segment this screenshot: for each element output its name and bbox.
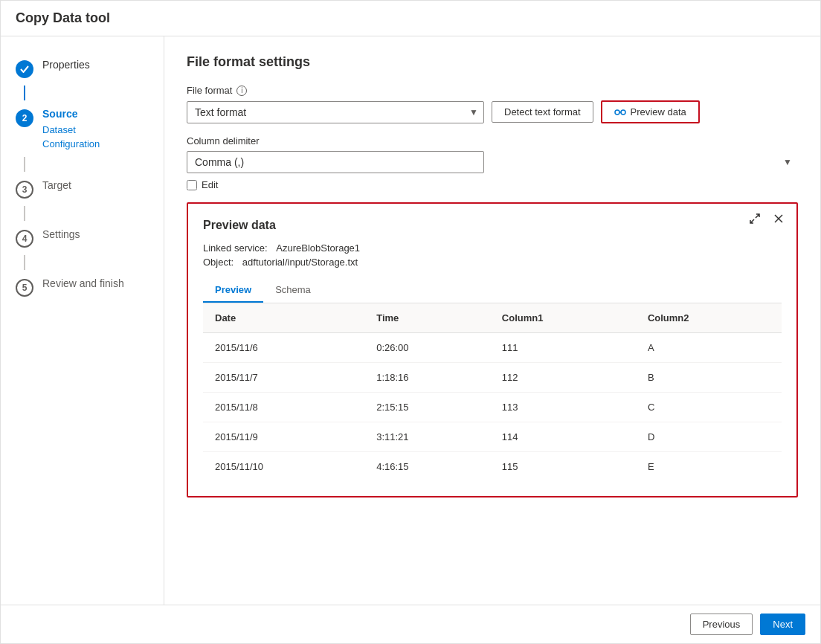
sidebar-label-target: Target xyxy=(42,179,71,191)
table-cell: E xyxy=(636,452,782,482)
table-header-row: Date Time Column1 Column2 xyxy=(203,303,782,333)
table-cell: 0:26:00 xyxy=(364,333,490,363)
app-title: Copy Data tool xyxy=(16,10,110,26)
column-delimiter-select[interactable]: Comma (,) xyxy=(187,151,484,173)
file-format-select[interactable]: Text format xyxy=(187,101,484,123)
col-header-column1: Column1 xyxy=(490,303,636,333)
detect-text-format-button[interactable]: Detect text format xyxy=(492,101,593,123)
table-cell: A xyxy=(636,333,782,363)
sidebar-item-settings[interactable]: 4 Settings xyxy=(1,221,164,255)
file-format-group: File format i Text format ▼ Detect text … xyxy=(187,85,798,123)
table-row: 2015/11/60:26:00111A xyxy=(203,333,782,363)
step-circle-review: 5 xyxy=(16,279,33,297)
col-header-time: Time xyxy=(364,303,490,333)
step-circle-properties xyxy=(16,60,33,78)
table-row: 2015/11/82:15:15113C xyxy=(203,393,782,422)
previous-button[interactable]: Previous xyxy=(690,614,753,635)
table-cell: C xyxy=(636,393,782,422)
section-title: File format settings xyxy=(187,54,798,70)
sidebar: Properties 2 Source Dataset Configuratio… xyxy=(1,36,164,605)
preview-linked-service: Linked service: AzureBlobStorage1 xyxy=(203,242,782,254)
top-bar: Copy Data tool xyxy=(1,1,820,36)
step-circle-source: 2 xyxy=(16,109,33,127)
preview-icon xyxy=(614,107,626,117)
table-cell: 2015/11/7 xyxy=(203,363,364,393)
table-row: 2015/11/71:18:16112B xyxy=(203,363,782,393)
svg-point-1 xyxy=(621,110,625,115)
column-delimiter-chevron-icon: ▼ xyxy=(783,157,792,167)
expand-icon[interactable] xyxy=(746,210,764,228)
preview-data-button[interactable]: Preview data xyxy=(601,100,700,123)
table-cell: 112 xyxy=(490,363,636,393)
file-format-label: File format i xyxy=(187,85,798,96)
table-row: 2015/11/104:16:15115E xyxy=(203,452,782,482)
info-icon: i xyxy=(236,86,247,96)
sidebar-label-source: Source xyxy=(42,108,100,120)
table-row: 2015/11/93:11:21114D xyxy=(203,422,782,452)
edit-checkbox-row: Edit xyxy=(187,179,798,190)
table-cell: D xyxy=(636,422,782,452)
connector-2 xyxy=(24,157,25,172)
connector-1 xyxy=(24,86,25,100)
file-format-row: Text format ▼ Detect text format Preview… xyxy=(187,100,798,123)
table-cell: 1:18:16 xyxy=(364,363,490,393)
tab-preview[interactable]: Preview xyxy=(203,278,263,303)
sidebar-label-settings: Settings xyxy=(42,228,80,240)
table-cell: 2015/11/8 xyxy=(203,393,364,422)
table-cell: 2015/11/9 xyxy=(203,422,364,452)
table-cell: 111 xyxy=(490,333,636,363)
table-cell: 2015/11/10 xyxy=(203,452,364,482)
connector-4 xyxy=(24,255,25,270)
svg-point-0 xyxy=(615,110,619,115)
table-cell: 2:15:15 xyxy=(364,393,490,422)
sidebar-label-properties: Properties xyxy=(42,59,90,71)
connector-3 xyxy=(24,206,25,221)
tab-schema[interactable]: Schema xyxy=(263,278,323,303)
preview-panel-title: Preview data xyxy=(203,219,782,232)
main-area: Properties 2 Source Dataset Configuratio… xyxy=(1,36,820,605)
table-cell: 3:11:21 xyxy=(364,422,490,452)
preview-table-body: 2015/11/60:26:00111A2015/11/71:18:16112B… xyxy=(203,333,782,482)
bottom-bar: Previous Next xyxy=(1,605,820,643)
edit-checkbox[interactable] xyxy=(187,180,197,190)
sidebar-item-properties[interactable]: Properties xyxy=(1,51,164,86)
sidebar-item-configuration[interactable]: Configuration xyxy=(42,138,100,149)
sidebar-item-review[interactable]: 5 Review and finish xyxy=(1,270,164,304)
table-cell: 4:16:15 xyxy=(364,452,490,482)
preview-table: Date Time Column1 Column2 2015/11/60:26:… xyxy=(203,303,782,481)
sidebar-item-source[interactable]: 2 Source Dataset Configuration xyxy=(1,100,164,157)
table-cell: B xyxy=(636,363,782,393)
app-container: Copy Data tool Properties 2 Source xyxy=(0,0,821,644)
sidebar-item-target[interactable]: 3 Target xyxy=(1,172,164,206)
edit-label: Edit xyxy=(202,179,218,190)
table-cell: 115 xyxy=(490,452,636,482)
column-delimiter-group: Column delimiter Comma (,) ▼ Edit xyxy=(187,135,798,190)
column-delimiter-select-wrapper: Comma (,) ▼ xyxy=(187,151,798,173)
step-circle-settings: 4 xyxy=(16,230,33,248)
col-header-column2: Column2 xyxy=(636,303,782,333)
step-circle-target: 3 xyxy=(16,181,33,199)
preview-object: Object: adftutorial/input/Storage.txt xyxy=(203,257,782,268)
col-header-date: Date xyxy=(203,303,364,333)
table-cell: 2015/11/6 xyxy=(203,333,364,363)
preview-panel: Preview data Linked service: AzureBlobSt… xyxy=(187,202,798,498)
content-area: File format settings File format i Text … xyxy=(164,36,820,605)
sidebar-label-review: Review and finish xyxy=(42,277,124,289)
close-icon[interactable] xyxy=(770,210,788,228)
table-cell: 113 xyxy=(490,393,636,422)
panel-icons xyxy=(746,210,788,228)
file-format-select-wrapper: Text format ▼ xyxy=(187,101,484,123)
sidebar-item-dataset[interactable]: Dataset xyxy=(42,124,100,135)
preview-tabs: Preview Schema xyxy=(203,278,782,303)
next-button[interactable]: Next xyxy=(760,614,805,635)
column-delimiter-label: Column delimiter xyxy=(187,135,798,146)
table-cell: 114 xyxy=(490,422,636,452)
preview-table-head: Date Time Column1 Column2 xyxy=(203,303,782,333)
